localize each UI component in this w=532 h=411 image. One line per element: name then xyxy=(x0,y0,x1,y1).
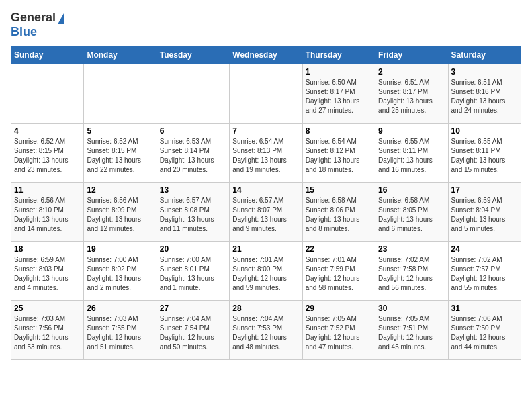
day-cell: 2Sunrise: 6:51 AMSunset: 8:17 PMDaylight… xyxy=(375,64,448,124)
day-info: Sunrise: 7:00 AMSunset: 8:02 PMDaylight:… xyxy=(87,255,153,293)
calendar-header-row: SundayMondayTuesdayWednesdayThursdayFrid… xyxy=(11,46,521,64)
col-header-friday: Friday xyxy=(375,46,448,64)
day-info: Sunrise: 6:55 AMSunset: 8:11 PMDaylight:… xyxy=(451,137,518,175)
day-number: 10 xyxy=(451,126,518,136)
day-cell: 25Sunrise: 7:03 AMSunset: 7:56 PMDayligh… xyxy=(11,301,84,360)
day-cell: 10Sunrise: 6:55 AMSunset: 8:11 PMDayligh… xyxy=(448,124,521,183)
day-info: Sunrise: 6:55 AMSunset: 8:11 PMDaylight:… xyxy=(378,137,445,175)
day-number: 24 xyxy=(451,244,518,254)
day-cell: 28Sunrise: 7:04 AMSunset: 7:53 PMDayligh… xyxy=(230,301,302,360)
day-number: 8 xyxy=(306,126,372,136)
day-number: 26 xyxy=(87,304,153,313)
day-number: 17 xyxy=(451,185,518,195)
day-info: Sunrise: 7:02 AMSunset: 7:58 PMDaylight:… xyxy=(378,255,445,293)
day-info: Sunrise: 6:56 AMSunset: 8:10 PMDaylight:… xyxy=(14,196,81,234)
day-cell: 31Sunrise: 7:06 AMSunset: 7:50 PMDayligh… xyxy=(448,301,521,360)
day-info: Sunrise: 7:04 AMSunset: 7:53 PMDaylight:… xyxy=(232,314,299,352)
day-cell: 29Sunrise: 7:05 AMSunset: 7:52 PMDayligh… xyxy=(302,301,375,360)
day-cell: 6Sunrise: 6:53 AMSunset: 8:14 PMDaylight… xyxy=(157,124,229,183)
day-info: Sunrise: 7:00 AMSunset: 8:01 PMDaylight:… xyxy=(160,255,226,293)
day-cell: 14Sunrise: 6:57 AMSunset: 8:07 PMDayligh… xyxy=(230,183,302,242)
day-info: Sunrise: 6:58 AMSunset: 8:06 PMDaylight:… xyxy=(306,196,372,234)
day-number: 12 xyxy=(87,185,153,195)
day-cell: 13Sunrise: 6:57 AMSunset: 8:08 PMDayligh… xyxy=(157,183,229,242)
day-info: Sunrise: 6:54 AMSunset: 8:13 PMDaylight:… xyxy=(232,137,299,175)
logo-blue-text: Blue xyxy=(11,25,37,38)
day-cell: 5Sunrise: 6:52 AMSunset: 8:15 PMDaylight… xyxy=(84,124,157,183)
week-row-1: 1Sunrise: 6:50 AMSunset: 8:17 PMDaylight… xyxy=(11,64,521,124)
day-info: Sunrise: 7:03 AMSunset: 7:55 PMDaylight:… xyxy=(87,314,153,352)
day-number: 27 xyxy=(160,304,226,313)
day-info: Sunrise: 7:05 AMSunset: 7:52 PMDaylight:… xyxy=(306,314,372,352)
col-header-saturday: Saturday xyxy=(448,46,521,64)
day-number: 1 xyxy=(306,67,372,77)
day-number: 16 xyxy=(378,185,445,195)
day-number: 7 xyxy=(232,126,299,136)
day-cell: 12Sunrise: 6:56 AMSunset: 8:09 PMDayligh… xyxy=(84,183,157,242)
day-cell: 3Sunrise: 6:51 AMSunset: 8:16 PMDaylight… xyxy=(448,64,521,124)
day-number: 9 xyxy=(378,126,445,136)
day-cell: 21Sunrise: 7:01 AMSunset: 8:00 PMDayligh… xyxy=(230,242,302,301)
day-cell: 17Sunrise: 6:59 AMSunset: 8:04 PMDayligh… xyxy=(448,183,521,242)
week-row-5: 25Sunrise: 7:03 AMSunset: 7:56 PMDayligh… xyxy=(11,301,521,360)
day-number: 30 xyxy=(378,304,445,313)
day-info: Sunrise: 6:51 AMSunset: 8:16 PMDaylight:… xyxy=(451,78,518,116)
day-number: 23 xyxy=(378,244,445,254)
day-info: Sunrise: 6:54 AMSunset: 8:12 PMDaylight:… xyxy=(306,137,372,175)
day-cell: 11Sunrise: 6:56 AMSunset: 8:10 PMDayligh… xyxy=(11,183,84,242)
day-info: Sunrise: 7:06 AMSunset: 7:50 PMDaylight:… xyxy=(451,314,518,352)
day-info: Sunrise: 7:01 AMSunset: 8:00 PMDaylight:… xyxy=(232,255,299,293)
week-row-2: 4Sunrise: 6:52 AMSunset: 8:15 PMDaylight… xyxy=(11,124,521,183)
day-number: 13 xyxy=(160,185,226,195)
day-cell: 16Sunrise: 6:58 AMSunset: 8:05 PMDayligh… xyxy=(375,183,448,242)
day-number: 6 xyxy=(160,126,226,136)
day-cell: 22Sunrise: 7:01 AMSunset: 7:59 PMDayligh… xyxy=(302,242,375,301)
day-info: Sunrise: 6:58 AMSunset: 8:05 PMDaylight:… xyxy=(378,196,445,234)
day-number: 14 xyxy=(232,185,299,195)
col-header-sunday: Sunday xyxy=(11,46,84,64)
day-cell: 1Sunrise: 6:50 AMSunset: 8:17 PMDaylight… xyxy=(302,64,375,124)
day-info: Sunrise: 6:52 AMSunset: 8:15 PMDaylight:… xyxy=(87,137,153,175)
day-cell: 30Sunrise: 7:05 AMSunset: 7:51 PMDayligh… xyxy=(375,301,448,360)
page-header: General Blue xyxy=(11,11,521,39)
day-info: Sunrise: 6:53 AMSunset: 8:14 PMDaylight:… xyxy=(160,137,226,175)
day-info: Sunrise: 6:52 AMSunset: 8:15 PMDaylight:… xyxy=(14,137,81,175)
day-number: 15 xyxy=(306,185,372,195)
day-cell: 20Sunrise: 7:00 AMSunset: 8:01 PMDayligh… xyxy=(157,242,229,301)
day-info: Sunrise: 6:59 AMSunset: 8:04 PMDaylight:… xyxy=(451,196,518,234)
day-number: 2 xyxy=(378,67,445,77)
day-number: 4 xyxy=(14,126,81,136)
day-cell: 18Sunrise: 6:59 AMSunset: 8:03 PMDayligh… xyxy=(11,242,84,301)
day-info: Sunrise: 6:59 AMSunset: 8:03 PMDaylight:… xyxy=(14,255,81,293)
day-info: Sunrise: 7:01 AMSunset: 7:59 PMDaylight:… xyxy=(306,255,372,293)
col-header-monday: Monday xyxy=(84,46,157,64)
day-number: 31 xyxy=(451,304,518,313)
day-info: Sunrise: 6:57 AMSunset: 8:07 PMDaylight:… xyxy=(232,196,299,234)
day-cell: 7Sunrise: 6:54 AMSunset: 8:13 PMDaylight… xyxy=(230,124,302,183)
day-number: 11 xyxy=(14,185,81,195)
day-cell: 24Sunrise: 7:02 AMSunset: 7:57 PMDayligh… xyxy=(448,242,521,301)
day-cell xyxy=(230,64,302,124)
day-cell: 9Sunrise: 6:55 AMSunset: 8:11 PMDaylight… xyxy=(375,124,448,183)
day-cell: 27Sunrise: 7:04 AMSunset: 7:54 PMDayligh… xyxy=(157,301,229,360)
day-cell: 26Sunrise: 7:03 AMSunset: 7:55 PMDayligh… xyxy=(84,301,157,360)
day-cell xyxy=(11,64,84,124)
day-info: Sunrise: 6:50 AMSunset: 8:17 PMDaylight:… xyxy=(306,78,372,116)
day-info: Sunrise: 7:02 AMSunset: 7:57 PMDaylight:… xyxy=(451,255,518,293)
day-cell: 4Sunrise: 6:52 AMSunset: 8:15 PMDaylight… xyxy=(11,124,84,183)
day-number: 20 xyxy=(160,244,226,254)
day-cell xyxy=(157,64,229,124)
day-info: Sunrise: 7:03 AMSunset: 7:56 PMDaylight:… xyxy=(14,314,81,352)
day-cell: 23Sunrise: 7:02 AMSunset: 7:58 PMDayligh… xyxy=(375,242,448,301)
day-cell: 15Sunrise: 6:58 AMSunset: 8:06 PMDayligh… xyxy=(302,183,375,242)
day-number: 19 xyxy=(87,244,153,254)
col-header-wednesday: Wednesday xyxy=(230,46,302,64)
day-cell: 8Sunrise: 6:54 AMSunset: 8:12 PMDaylight… xyxy=(302,124,375,183)
week-row-3: 11Sunrise: 6:56 AMSunset: 8:10 PMDayligh… xyxy=(11,183,521,242)
day-number: 5 xyxy=(87,126,153,136)
calendar-table: SundayMondayTuesdayWednesdayThursdayFrid… xyxy=(11,46,521,360)
day-cell xyxy=(84,64,157,124)
logo-general-text: General xyxy=(11,11,56,25)
day-number: 3 xyxy=(451,67,518,77)
day-number: 25 xyxy=(14,304,81,313)
